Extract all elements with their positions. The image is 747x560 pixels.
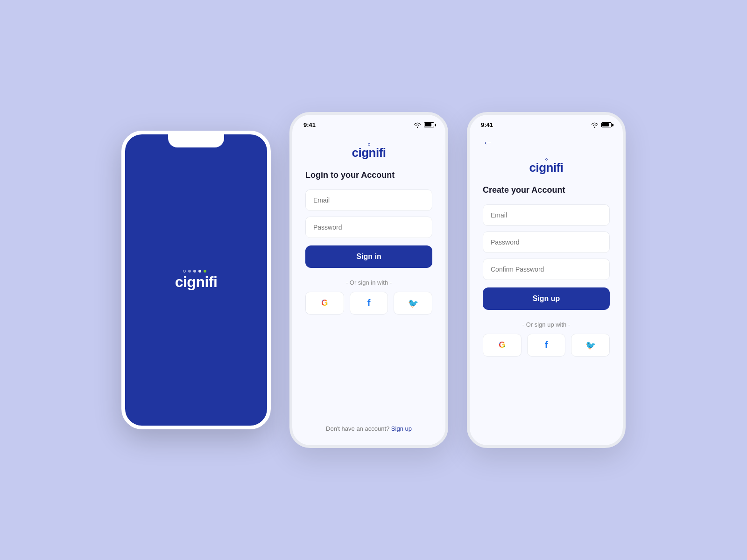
signup-body: ← cignifi Create your Account Sign up - …: [470, 132, 623, 445]
phone-signup: 9:41 ← cignifi Create your Account: [467, 112, 626, 448]
signup-button[interactable]: Sign up: [483, 287, 610, 310]
signup-logo-text: cignifi: [529, 161, 563, 175]
splash-dot-3: [193, 270, 196, 273]
splash-dot-1: [183, 270, 186, 273]
twitter-signup-icon: 🐦: [585, 340, 596, 350]
signup-social-buttons: G f 🐦: [483, 334, 610, 357]
wifi-icon-signup: [591, 122, 599, 128]
email-group: [305, 189, 432, 211]
google-icon: G: [321, 298, 328, 308]
twitter-login-button[interactable]: 🐦: [394, 292, 432, 315]
facebook-login-button[interactable]: f: [350, 292, 388, 315]
login-title: Login to your Account: [305, 170, 395, 180]
confirm-password-input[interactable]: [483, 259, 610, 280]
splash-dot-5: [204, 270, 206, 273]
splash-dots: [183, 270, 209, 273]
status-time-signup: 9:41: [481, 121, 493, 128]
login-body: cignifi Login to your Account Sign in - …: [292, 132, 445, 445]
battery-fill: [425, 123, 431, 126]
signin-button[interactable]: Sign in: [305, 245, 432, 268]
signup-logo-container: cignifi: [529, 158, 563, 175]
phone-login: 9:41 cignifi Login to your Account: [289, 112, 448, 448]
splash-logo-container: cignifi: [175, 270, 218, 291]
twitter-icon: 🐦: [408, 298, 418, 308]
google-signup-icon: G: [499, 340, 505, 350]
password-group: [305, 217, 432, 238]
signup-title: Create your Account: [483, 185, 565, 195]
login-footer: Don't have an account? Sign up: [326, 418, 412, 432]
phone-splash: cignifi: [121, 131, 271, 429]
facebook-icon: f: [367, 298, 371, 308]
signup-email-input[interactable]: [483, 204, 610, 226]
status-icons: [414, 122, 434, 128]
signup-link[interactable]: Sign up: [391, 425, 412, 432]
confirm-password-group: [483, 259, 610, 280]
wifi-icon: [414, 122, 421, 128]
splash-logo-text: cignifi: [175, 273, 218, 291]
facebook-signup-icon: f: [545, 340, 548, 350]
login-divider: - Or sign in with -: [346, 279, 392, 286]
signup-password-group: [483, 231, 610, 253]
email-input[interactable]: [305, 189, 432, 211]
back-button[interactable]: ←: [483, 137, 493, 149]
status-time: 9:41: [303, 121, 316, 128]
login-logo-container: cignifi: [352, 143, 386, 160]
status-bar-login: 9:41: [292, 115, 445, 132]
signup-divider: - Or sign up with -: [522, 321, 571, 328]
battery-icon: [424, 122, 434, 127]
notch: [168, 134, 224, 147]
status-icons-signup: [591, 122, 612, 128]
login-social-buttons: G f 🐦: [305, 292, 432, 315]
signup-password-input[interactable]: [483, 231, 610, 253]
login-logo-text: cignifi: [352, 146, 386, 160]
splash-dot-4: [198, 270, 201, 273]
signup-email-group: [483, 204, 610, 226]
facebook-signup-button[interactable]: f: [527, 334, 566, 357]
status-bar-signup: 9:41: [470, 115, 623, 132]
splash-dot-2: [188, 270, 191, 273]
footer-text-label: Don't have an account?: [326, 425, 389, 432]
google-login-button[interactable]: G: [305, 292, 344, 315]
twitter-signup-button[interactable]: 🐦: [571, 334, 610, 357]
password-input[interactable]: [305, 217, 432, 238]
battery-fill-signup: [602, 123, 609, 126]
google-signup-button[interactable]: G: [483, 334, 521, 357]
battery-icon-signup: [601, 122, 612, 127]
